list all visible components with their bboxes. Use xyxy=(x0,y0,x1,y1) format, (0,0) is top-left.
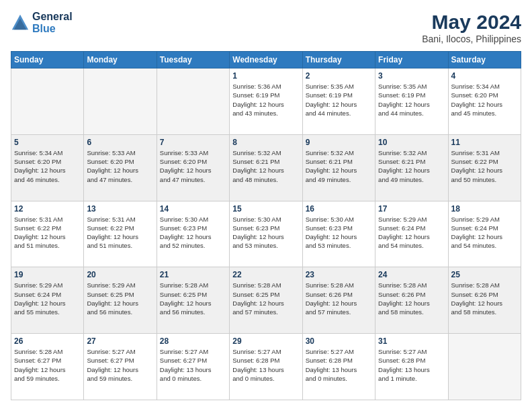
day-info: Sunrise: 5:31 AMSunset: 6:22 PMDaylight:… xyxy=(451,148,518,184)
day-number: 27 xyxy=(87,336,153,346)
calendar-cell: 17Sunrise: 5:29 AMSunset: 6:24 PMDayligh… xyxy=(375,201,448,267)
day-number: 7 xyxy=(160,138,226,147)
page: General Blue May 2024 Bani, Ilocos, Phil… xyxy=(0,0,532,411)
day-number: 21 xyxy=(160,270,226,279)
day-number: 16 xyxy=(306,204,372,214)
calendar-week-4: 26Sunrise: 5:28 AMSunset: 6:27 PMDayligh… xyxy=(11,334,521,400)
calendar-cell: 27Sunrise: 5:27 AMSunset: 6:27 PMDayligh… xyxy=(84,334,157,400)
calendar-cell: 29Sunrise: 5:27 AMSunset: 6:28 PMDayligh… xyxy=(230,334,302,400)
day-info: Sunrise: 5:29 AMSunset: 6:24 PMDaylight:… xyxy=(451,215,518,250)
calendar-cell xyxy=(84,68,157,135)
day-number: 2 xyxy=(306,71,372,81)
calendar-cell: 7Sunrise: 5:33 AMSunset: 6:20 PMDaylight… xyxy=(157,134,229,201)
day-info: Sunrise: 5:28 AMSunset: 6:27 PMDaylight:… xyxy=(14,347,81,383)
calendar-cell: 23Sunrise: 5:28 AMSunset: 6:26 PMDayligh… xyxy=(302,267,375,334)
day-info: Sunrise: 5:33 AMSunset: 6:20 PMDaylight:… xyxy=(87,148,153,184)
day-info: Sunrise: 5:27 AMSunset: 6:27 PMDaylight:… xyxy=(87,347,153,383)
day-info: Sunrise: 5:29 AMSunset: 6:24 PMDaylight:… xyxy=(14,281,81,316)
day-number: 4 xyxy=(451,71,518,81)
day-number: 31 xyxy=(378,336,445,346)
day-info: Sunrise: 5:34 AMSunset: 6:20 PMDaylight:… xyxy=(451,82,518,118)
day-info: Sunrise: 5:28 AMSunset: 6:25 PMDaylight:… xyxy=(160,281,226,316)
day-info: Sunrise: 5:32 AMSunset: 6:21 PMDaylight:… xyxy=(378,148,445,184)
day-info: Sunrise: 5:28 AMSunset: 6:26 PMDaylight:… xyxy=(306,281,372,316)
day-info: Sunrise: 5:33 AMSunset: 6:20 PMDaylight:… xyxy=(160,148,226,184)
day-number: 30 xyxy=(306,336,372,346)
day-number: 14 xyxy=(160,204,226,214)
day-number: 9 xyxy=(306,138,372,147)
calendar-cell: 28Sunrise: 5:27 AMSunset: 6:27 PMDayligh… xyxy=(157,334,229,400)
day-info: Sunrise: 5:30 AMSunset: 6:23 PMDaylight:… xyxy=(232,215,299,250)
weekday-header-friday: Friday xyxy=(375,52,448,68)
day-number: 1 xyxy=(232,71,299,81)
calendar-table: SundayMondayTuesdayWednesdayThursdayFrid… xyxy=(11,51,521,400)
day-number: 11 xyxy=(451,138,518,147)
day-number: 5 xyxy=(14,138,81,147)
calendar-cell xyxy=(448,334,521,400)
day-info: Sunrise: 5:31 AMSunset: 6:22 PMDaylight:… xyxy=(87,215,153,250)
calendar-cell: 31Sunrise: 5:27 AMSunset: 6:28 PMDayligh… xyxy=(375,334,448,400)
calendar-week-3: 19Sunrise: 5:29 AMSunset: 6:24 PMDayligh… xyxy=(11,267,521,334)
weekday-header-wednesday: Wednesday xyxy=(230,52,302,68)
logo-icon xyxy=(11,13,30,32)
calendar-header-row: SundayMondayTuesdayWednesdayThursdayFrid… xyxy=(11,52,521,68)
weekday-header-saturday: Saturday xyxy=(448,52,521,68)
day-number: 18 xyxy=(451,204,518,214)
day-number: 8 xyxy=(232,138,299,147)
calendar-cell: 22Sunrise: 5:28 AMSunset: 6:25 PMDayligh… xyxy=(230,267,302,334)
day-info: Sunrise: 5:35 AMSunset: 6:19 PMDaylight:… xyxy=(306,82,372,118)
day-number: 23 xyxy=(306,270,372,279)
calendar-week-0: 1Sunrise: 5:36 AMSunset: 6:19 PMDaylight… xyxy=(11,68,521,135)
day-info: Sunrise: 5:34 AMSunset: 6:20 PMDaylight:… xyxy=(14,148,81,184)
day-number: 12 xyxy=(14,204,81,214)
header: General Blue May 2024 Bani, Ilocos, Phil… xyxy=(11,11,521,44)
day-number: 22 xyxy=(232,270,299,279)
day-number: 13 xyxy=(87,204,153,214)
day-number: 25 xyxy=(451,270,518,279)
calendar-cell: 30Sunrise: 5:27 AMSunset: 6:28 PMDayligh… xyxy=(302,334,375,400)
day-number: 17 xyxy=(378,204,445,214)
calendar-cell: 16Sunrise: 5:30 AMSunset: 6:23 PMDayligh… xyxy=(302,201,375,267)
day-info: Sunrise: 5:28 AMSunset: 6:26 PMDaylight:… xyxy=(451,281,518,316)
day-info: Sunrise: 5:27 AMSunset: 6:28 PMDaylight:… xyxy=(232,347,299,383)
day-number: 6 xyxy=(87,138,153,147)
day-number: 29 xyxy=(232,336,299,346)
day-info: Sunrise: 5:27 AMSunset: 6:27 PMDaylight:… xyxy=(160,347,226,383)
day-number: 10 xyxy=(378,138,445,147)
calendar-cell: 12Sunrise: 5:31 AMSunset: 6:22 PMDayligh… xyxy=(11,201,84,267)
day-info: Sunrise: 5:27 AMSunset: 6:28 PMDaylight:… xyxy=(306,347,372,383)
weekday-header-tuesday: Tuesday xyxy=(157,52,229,68)
weekday-header-sunday: Sunday xyxy=(11,52,84,68)
calendar-cell: 13Sunrise: 5:31 AMSunset: 6:22 PMDayligh… xyxy=(84,201,157,267)
calendar-cell: 8Sunrise: 5:32 AMSunset: 6:21 PMDaylight… xyxy=(230,134,302,201)
calendar-cell: 2Sunrise: 5:35 AMSunset: 6:19 PMDaylight… xyxy=(302,68,375,135)
calendar-body: 1Sunrise: 5:36 AMSunset: 6:19 PMDaylight… xyxy=(11,68,521,400)
calendar-cell: 5Sunrise: 5:34 AMSunset: 6:20 PMDaylight… xyxy=(11,134,84,201)
calendar-cell: 19Sunrise: 5:29 AMSunset: 6:24 PMDayligh… xyxy=(11,267,84,334)
main-title: May 2024 xyxy=(422,11,521,34)
weekday-header-monday: Monday xyxy=(84,52,157,68)
day-number: 19 xyxy=(14,270,81,279)
calendar-cell: 25Sunrise: 5:28 AMSunset: 6:26 PMDayligh… xyxy=(448,267,521,334)
logo: General Blue xyxy=(11,11,73,34)
day-info: Sunrise: 5:27 AMSunset: 6:28 PMDaylight:… xyxy=(378,347,445,383)
day-number: 24 xyxy=(378,270,445,279)
calendar-cell: 18Sunrise: 5:29 AMSunset: 6:24 PMDayligh… xyxy=(448,201,521,267)
day-number: 15 xyxy=(232,204,299,214)
calendar-cell: 3Sunrise: 5:35 AMSunset: 6:19 PMDaylight… xyxy=(375,68,448,135)
subtitle: Bani, Ilocos, Philippines xyxy=(422,34,521,44)
day-info: Sunrise: 5:29 AMSunset: 6:24 PMDaylight:… xyxy=(378,215,445,250)
day-info: Sunrise: 5:36 AMSunset: 6:19 PMDaylight:… xyxy=(232,82,299,118)
calendar-cell: 26Sunrise: 5:28 AMSunset: 6:27 PMDayligh… xyxy=(11,334,84,400)
calendar-cell xyxy=(157,68,229,135)
day-number: 28 xyxy=(160,336,226,346)
day-info: Sunrise: 5:31 AMSunset: 6:22 PMDaylight:… xyxy=(14,215,81,250)
day-info: Sunrise: 5:32 AMSunset: 6:21 PMDaylight:… xyxy=(306,148,372,184)
calendar-cell: 20Sunrise: 5:29 AMSunset: 6:25 PMDayligh… xyxy=(84,267,157,334)
day-info: Sunrise: 5:30 AMSunset: 6:23 PMDaylight:… xyxy=(306,215,372,250)
calendar-cell: 10Sunrise: 5:32 AMSunset: 6:21 PMDayligh… xyxy=(375,134,448,201)
day-info: Sunrise: 5:29 AMSunset: 6:25 PMDaylight:… xyxy=(87,281,153,316)
calendar-cell: 6Sunrise: 5:33 AMSunset: 6:20 PMDaylight… xyxy=(84,134,157,201)
weekday-header-thursday: Thursday xyxy=(302,52,375,68)
day-info: Sunrise: 5:32 AMSunset: 6:21 PMDaylight:… xyxy=(232,148,299,184)
